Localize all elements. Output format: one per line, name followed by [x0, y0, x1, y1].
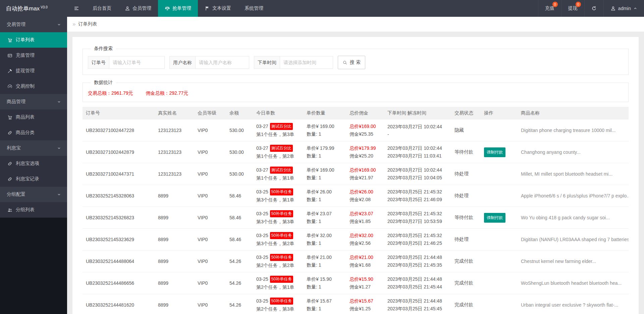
table-row: UB23032521444816208899VIP054.2603-2550补单… [83, 294, 629, 314]
sidebar-group-interest-treasure[interactable]: 利息宝 [0, 140, 67, 156]
nav-item-label: 会员管理 [132, 5, 151, 11]
sidebar-item-group-list[interactable]: 分组列表 [0, 202, 67, 218]
quantity: 数量: 1 [307, 284, 343, 290]
sidebar-item-label: 充值管理 [16, 52, 35, 58]
total-price: 总价¥15.67 [350, 298, 381, 304]
unit-price-cell: 单价¥ 169.00数量: 1 [303, 163, 346, 185]
unit-price: 单价¥ 15.67 [307, 298, 343, 304]
nav-item-order-grab[interactable]: 抢单管理 [158, 0, 198, 17]
order-table: 订单号真实姓名会员等级余额今日单数单价数量总价佣金下单时间 解冻时间交易状态操作… [83, 107, 629, 314]
breadcrumb: » 订单列表 [67, 17, 644, 32]
sidebar-group-group-config[interactable]: 分组配置 [0, 187, 67, 202]
order-no-cell: UB2303252144488064 [83, 251, 155, 272]
sidebar-group-trade-manage[interactable]: 交易管理 [0, 17, 67, 32]
daily-orders-cell: 03-27测试百分比第1个任务，第2单 [253, 141, 303, 163]
card-icon [7, 53, 12, 58]
quantity: 数量: 1 [307, 153, 343, 159]
balance-cell: 54.26 [226, 251, 253, 272]
force-pay-button[interactable]: 强制付款 [484, 147, 505, 157]
task-badge: 50补单任务 [270, 254, 293, 261]
search-button[interactable]: 搜 索 [338, 56, 365, 69]
sidebar-item-recharge-manage[interactable]: 充值管理 [0, 48, 67, 63]
order-no-cell: UB2303271002442879 [83, 141, 155, 163]
sidebar-item-goods-category[interactable]: 商品分类 [0, 125, 67, 140]
order-no-label: 订单号 [88, 56, 109, 69]
sidebar-item-label: 商品分类 [16, 130, 35, 136]
member-level-cell: VIP0 [194, 251, 226, 272]
link-icon [7, 161, 12, 166]
column-header: 会员等级 [194, 107, 226, 120]
action-cell [481, 251, 518, 272]
stats-fieldset: 数据统计 交易总额：2961.79元 佣金总额：292.77元 [83, 80, 629, 102]
member-level-cell: VIP0 [194, 229, 226, 251]
product-name-cell: Digititan phone charging treasure 10000 … [518, 120, 629, 141]
daily-date: 03-25 [256, 233, 268, 238]
nav-item-label: 后台首页 [93, 5, 111, 11]
sidebar-item-goods-list[interactable]: 商品列表 [0, 109, 67, 125]
total-commission-amount: 佣金总额：292.77元 [146, 90, 189, 96]
order-no-input[interactable] [109, 56, 165, 69]
nav-item-text-settings[interactable]: 文本设置 [198, 0, 238, 17]
hamburger-icon [74, 6, 79, 11]
action-cell [481, 120, 518, 141]
daily-line-1: 03-2550补单任务 [256, 298, 300, 305]
top-navbar: 自动抢单max V3.0 后台首页会员管理抢单管理文本设置系统管理 充值0提现0… [0, 0, 644, 17]
sidebar-item-withdraw-manage[interactable]: 提现管理 [0, 63, 67, 79]
nav-item-members[interactable]: 会员管理 [118, 0, 158, 17]
nav-item-menu-toggle[interactable] [67, 0, 86, 17]
time-cell: 2023年03月27日 10:02:442023年03月27日 11:03:41 [384, 141, 451, 163]
users-icon [7, 208, 12, 213]
total-price: 总价¥32.00 [350, 233, 381, 239]
unfreeze-time: - [387, 132, 448, 137]
task-progress: 第3个任务，第3单 [256, 219, 300, 225]
column-header: 交易状态 [451, 107, 481, 120]
sidebar-item-order-list[interactable]: 订单列表 [0, 32, 67, 48]
order-time-input[interactable] [280, 56, 333, 69]
real-name-cell: 8899 [155, 272, 194, 294]
nav-item-recharge[interactable]: 充值0 [538, 0, 561, 17]
trade-status-cell: 完成付款 [451, 272, 481, 294]
table-row: UB2303271002442879123123123VIP0530.0003-… [83, 141, 629, 163]
time-cell: 2023年03月27日 10:02:44- [384, 120, 451, 141]
balance-cell: 530.00 [226, 120, 253, 141]
nav-item-refresh[interactable] [584, 0, 603, 17]
trade-status-cell: 完成付款 [451, 294, 481, 314]
nav-item-admin-user[interactable]: admin [603, 0, 644, 17]
real-name-cell: 8899 [155, 207, 194, 229]
user-name-input[interactable] [196, 56, 249, 69]
sidebar-item-interest-options[interactable]: 利息宝选项 [0, 156, 67, 171]
column-header: 总价佣金 [346, 107, 384, 120]
stats-legend: 数据统计 [91, 80, 116, 86]
unfreeze-time: 2023年03月25日 21:46:25 [387, 240, 448, 246]
quantity: 数量: 1 [307, 131, 343, 137]
quantity: 数量: 1 [307, 197, 343, 203]
unit-price: 单价¥ 179.99 [307, 145, 343, 151]
notification-badge: 0 [576, 2, 581, 7]
nav-item-withdraw[interactable]: 提现0 [561, 0, 584, 17]
link-icon [7, 177, 12, 182]
force-pay-button[interactable]: 强制付款 [484, 213, 505, 223]
product-name-cell: Apple iPhone6/6 s / 6 plus/splus iPhone7… [518, 185, 629, 207]
total-price: 总价¥21.00 [350, 255, 381, 261]
search-fieldset: 条件搜索 订单号 用户名称 下单时间 搜 索 [83, 46, 629, 75]
content-card: 条件搜索 订单号 用户名称 下单时间 搜 索 [72, 37, 639, 314]
flag-icon [205, 6, 210, 11]
task-progress: 第1个任务，第3单 [256, 132, 300, 138]
balance-cell: 54.26 [226, 272, 253, 294]
order-time: 2023年03月27日 10:02:44 [387, 145, 448, 151]
nav-item-home[interactable]: 后台首页 [86, 0, 118, 17]
total-price: 总价¥169.00 [350, 124, 381, 130]
sidebar-item-trade-control[interactable]: 交易控制 [0, 79, 67, 94]
order-time: 2023年03月25日 21:44:48 [387, 255, 448, 261]
daily-orders-cell: 03-2550补单任务第3个任务，第3单 [253, 207, 303, 229]
chevron-down-icon [57, 146, 61, 150]
sidebar-item-interest-records[interactable]: 利息宝记录 [0, 171, 67, 187]
product-name-cell: Urban integral user exclusive ? skyworth… [518, 294, 629, 314]
balance-cell: 58.46 [226, 229, 253, 251]
real-name-cell: 8899 [155, 229, 194, 251]
nav-item-label: 抢单管理 [172, 5, 191, 11]
nav-item-system[interactable]: 系统管理 [238, 0, 270, 17]
sidebar-group-goods-manage[interactable]: 商品管理 [0, 94, 67, 109]
order-no-cell: UB2303252145326823 [83, 207, 155, 229]
sidebar-item-label: 提现管理 [16, 68, 35, 74]
